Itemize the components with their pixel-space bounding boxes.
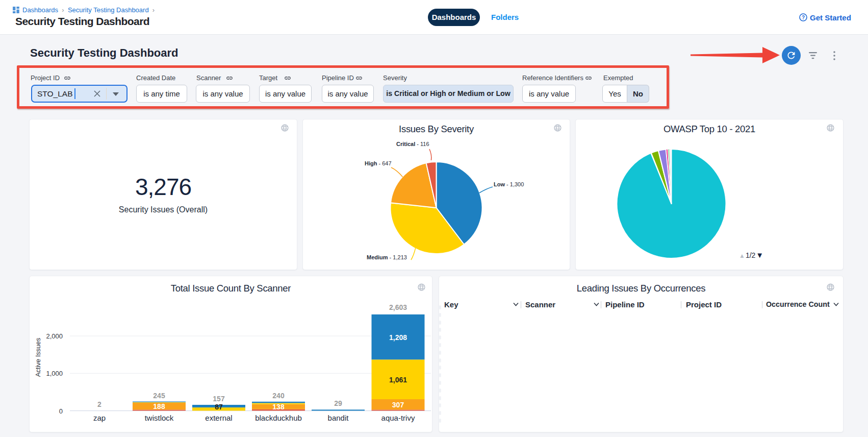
svg-text:138: 138 [272, 403, 285, 411]
svg-text:zap: zap [93, 414, 106, 422]
svg-text:1,000: 1,000 [46, 370, 63, 377]
svg-text:2: 2 [97, 400, 101, 408]
svg-text:?: ? [802, 15, 805, 20]
svg-text:1,208: 1,208 [389, 333, 407, 342]
svg-text:87: 87 [215, 403, 223, 411]
svg-text:twistlock: twistlock [145, 414, 174, 422]
svg-text:Active Issues: Active Issues [34, 337, 42, 377]
svg-text:blackduckhub: blackduckhub [255, 414, 302, 422]
svg-text:2,603: 2,603 [389, 303, 407, 311]
svg-text:307: 307 [392, 401, 404, 409]
svg-text:245: 245 [153, 392, 165, 400]
svg-text:0: 0 [59, 407, 63, 415]
svg-text:240: 240 [272, 392, 285, 400]
svg-text:157: 157 [213, 395, 225, 403]
svg-text:external: external [205, 414, 232, 422]
svg-text:aqua-trivy: aqua-trivy [381, 414, 415, 422]
svg-text:1,061: 1,061 [389, 376, 407, 384]
svg-text:2,000: 2,000 [46, 332, 63, 340]
svg-text:bandit: bandit [328, 414, 349, 422]
svg-text:188: 188 [153, 402, 165, 410]
svg-text:29: 29 [334, 399, 342, 407]
